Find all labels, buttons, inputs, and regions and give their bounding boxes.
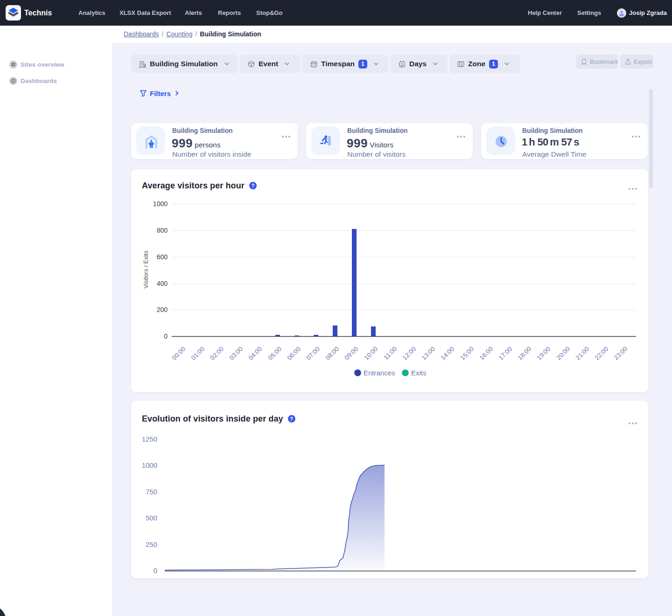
svg-text:±: ± — [401, 62, 403, 65]
svg-text:0: 0 — [164, 332, 168, 340]
svg-text:1250: 1250 — [142, 435, 157, 443]
svg-text:1000: 1000 — [142, 461, 157, 469]
svg-text:00:00: 00:00 — [171, 346, 187, 362]
svg-text:750: 750 — [146, 488, 157, 496]
svg-text:0: 0 — [154, 567, 157, 574]
svg-text:Entrances: Entrances — [364, 369, 395, 377]
svg-text:12:00: 12:00 — [401, 346, 418, 362]
svg-text:18:00: 18:00 — [517, 346, 533, 362]
svg-text:15:00: 15:00 — [459, 346, 476, 362]
svg-text:10:00: 10:00 — [363, 346, 379, 362]
svg-text:Exits: Exits — [411, 369, 427, 377]
svg-text:09:00: 09:00 — [343, 346, 360, 362]
svg-text:200: 200 — [157, 306, 168, 313]
svg-text:08:00: 08:00 — [324, 346, 341, 362]
svg-text:19:00: 19:00 — [536, 346, 552, 362]
svg-text:800: 800 — [157, 227, 168, 234]
svg-text:01:00: 01:00 — [190, 346, 206, 362]
svg-text:400: 400 — [157, 280, 168, 287]
svg-text:02:00: 02:00 — [209, 346, 225, 362]
svg-text:14:00: 14:00 — [440, 346, 456, 362]
svg-text:500: 500 — [146, 514, 157, 522]
svg-text:23:00: 23:00 — [613, 346, 629, 362]
svg-text:600: 600 — [157, 253, 168, 261]
svg-text:16:00: 16:00 — [478, 346, 495, 362]
svg-text:07:00: 07:00 — [305, 346, 322, 362]
svg-text:1000: 1000 — [153, 200, 168, 208]
svg-text:21:00: 21:00 — [574, 346, 591, 362]
svg-text:03:00: 03:00 — [228, 346, 245, 362]
svg-text:20:00: 20:00 — [555, 346, 572, 362]
svg-text:04:00: 04:00 — [247, 346, 264, 362]
svg-text:Visitors / Exits: Visitors / Exits — [142, 250, 149, 289]
svg-text:22:00: 22:00 — [594, 346, 610, 362]
svg-text:17:00: 17:00 — [497, 346, 514, 362]
svg-text:11:00: 11:00 — [382, 346, 398, 361]
svg-text:05:00: 05:00 — [267, 346, 283, 362]
svg-text:13:00: 13:00 — [420, 346, 437, 362]
svg-text:250: 250 — [146, 540, 157, 548]
svg-text:06:00: 06:00 — [286, 346, 302, 362]
